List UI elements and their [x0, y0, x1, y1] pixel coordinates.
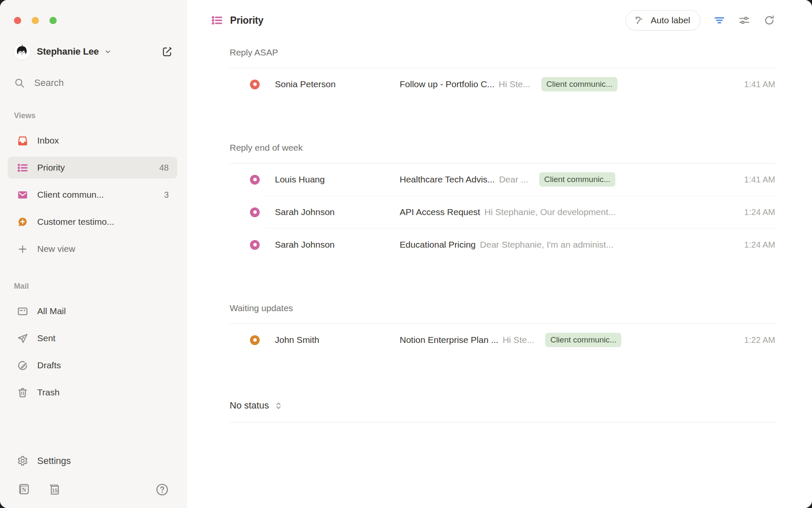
email-snippet: Hi Ste...: [502, 335, 534, 345]
sender-name: Sonia Peterson: [275, 79, 400, 89]
email-snippet: Hi Ste...: [499, 79, 530, 89]
email-time: 1:41 AM: [744, 80, 775, 89]
email-snippet: Dear ...: [499, 174, 528, 185]
label-chip[interactable]: Client communic...: [545, 333, 621, 347]
status-badge[interactable]: [250, 175, 260, 185]
views-list: Inbox Priority 48: [0, 130, 186, 265]
email-row[interactable]: Louis Huang Healthcare Tech Advis... Dea…: [230, 163, 775, 196]
send-icon: [17, 333, 28, 344]
notion-logo-icon[interactable]: N: [17, 483, 30, 496]
chevron-down-icon: [104, 48, 112, 55]
sidebar-item-label: Priority: [37, 163, 65, 173]
minimize-button[interactable]: [32, 17, 39, 24]
chat-plus-icon: [17, 216, 28, 228]
plus-icon: [17, 244, 28, 254]
email-time: 1:22 AM: [744, 335, 775, 345]
label-chip[interactable]: Client communic...: [539, 172, 615, 187]
search-button[interactable]: Search: [14, 77, 186, 88]
sidebar-item-all-mail[interactable]: All Mail: [8, 300, 177, 322]
header-actions: Auto label: [625, 10, 775, 30]
sidebar-item-drafts[interactable]: Drafts: [8, 354, 177, 376]
search-icon: [14, 77, 25, 88]
sender-name: Sarah Johnson: [275, 240, 400, 250]
display-settings-icon[interactable]: [738, 14, 750, 26]
status-badge[interactable]: [250, 207, 260, 217]
sidebar-item-label: Trash: [37, 387, 60, 398]
email-row[interactable]: Sonia Peterson Follow up - Portfolio C..…: [230, 68, 775, 100]
sender-name: John Smith: [275, 335, 400, 345]
email-snippet: Hi Stephanie, Our development...: [484, 207, 616, 217]
email-row[interactable]: Sarah Johnson API Access Request Hi Step…: [230, 196, 775, 228]
sidebar-item-trash[interactable]: Trash: [8, 381, 177, 403]
user-name: Stephanie Lee: [37, 46, 99, 57]
status-badge[interactable]: [250, 335, 260, 345]
auto-label-text: Auto label: [651, 15, 690, 25]
close-button[interactable]: [14, 17, 21, 24]
sidebar-item-label: Inbox: [37, 135, 59, 146]
compose-button[interactable]: [161, 46, 173, 58]
sidebar-item-label: All Mail: [37, 306, 66, 316]
no-status-toggle[interactable]: No status: [230, 356, 283, 422]
sidebar-item-label: Client commun...: [37, 190, 104, 200]
sidebar-item-priority[interactable]: Priority 48: [8, 157, 177, 179]
email-subject: API Access Request: [400, 207, 480, 217]
view-header: Priority Auto label: [211, 0, 775, 41]
search-label: Search: [34, 77, 64, 88]
settings-button[interactable]: Settings: [17, 455, 186, 467]
help-icon[interactable]: [155, 483, 169, 497]
section-divider: [230, 422, 775, 422]
page-title: Priority: [230, 15, 263, 26]
status-badge[interactable]: [250, 240, 260, 250]
email-row[interactable]: John Smith Notion Enterprise Plan ... Hi…: [230, 324, 775, 356]
email-subject: Healthcare Tech Advis...: [400, 174, 495, 185]
email-snippet: Dear Stephanie, I'm an administ...: [480, 240, 614, 250]
unread-count: 3: [164, 190, 169, 200]
sidebar-item-inbox[interactable]: Inbox: [8, 130, 177, 152]
new-view-label: New view: [37, 244, 75, 254]
app-window: Stephanie Lee Search Views: [0, 0, 812, 508]
trash-icon: [17, 387, 28, 398]
section-title: Reply ASAP: [230, 41, 775, 68]
filter-icon[interactable]: [713, 14, 725, 26]
sidebar-footer: N 15: [17, 481, 169, 498]
email-row[interactable]: Sarah Johnson Educational Pricing Dear S…: [230, 229, 775, 261]
calendar-15-icon[interactable]: 15: [47, 483, 61, 496]
priority-list-icon: [211, 14, 223, 26]
inbox-icon: [17, 135, 28, 146]
zoom-button[interactable]: [49, 17, 57, 24]
label-chip[interactable]: Client communic...: [541, 77, 617, 91]
email-subject: Educational Pricing: [400, 240, 476, 250]
sidebar-item-label: Customer testimo...: [37, 217, 114, 227]
sidebar-item-label: Drafts: [37, 360, 61, 370]
auto-label-wand-icon: [634, 15, 645, 26]
gear-icon: [17, 455, 28, 467]
view-title-group: Priority: [206, 14, 263, 26]
envelope-icon: [17, 189, 28, 201]
section-title: Waiting updates: [230, 261, 775, 323]
sender-name: Louis Huang: [275, 174, 400, 185]
svg-text:15: 15: [52, 488, 58, 494]
refresh-icon[interactable]: [763, 14, 775, 26]
new-view-button[interactable]: New view: [8, 238, 177, 260]
no-status-label: No status: [230, 400, 269, 411]
email-subject: Notion Enterprise Plan ...: [400, 335, 498, 345]
mail-list: All Mail Sent Drafts: [0, 300, 186, 409]
mail-section-label: Mail: [0, 282, 186, 291]
email-time: 1:24 AM: [744, 240, 775, 250]
sidebar-item-client-communication[interactable]: Client commun... 3: [8, 184, 177, 206]
all-mail-icon: [17, 306, 28, 317]
auto-label-button[interactable]: Auto label: [625, 10, 700, 30]
settings-label: Settings: [37, 456, 71, 467]
sidebar-spacer: [0, 409, 186, 455]
section-title: Reply end of week: [230, 100, 775, 163]
unread-count: 48: [159, 163, 169, 173]
sidebar: Stephanie Lee Search Views: [0, 0, 187, 508]
sidebar-item-sent[interactable]: Sent: [8, 327, 177, 349]
account-switcher[interactable]: Stephanie Lee: [14, 44, 173, 60]
sender-name: Sarah Johnson: [275, 207, 400, 217]
avatar: [14, 44, 30, 60]
svg-text:N: N: [22, 487, 26, 493]
traffic-lights: [0, 17, 186, 24]
sidebar-item-customer-testimonials[interactable]: Customer testimo...: [8, 211, 177, 233]
status-badge[interactable]: [250, 80, 260, 89]
